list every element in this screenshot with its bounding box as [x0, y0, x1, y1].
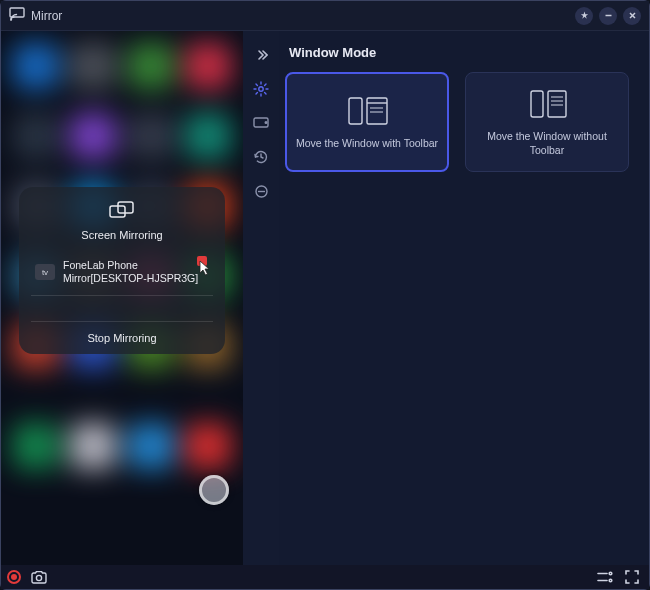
app-window: Mirror — [0, 0, 650, 590]
list-view-button[interactable] — [597, 571, 613, 583]
overlay-title: Screen Mirroring — [81, 229, 162, 241]
option-label: Move the Window without Toolbar — [474, 130, 620, 157]
svg-point-9 — [265, 122, 267, 124]
option-with-toolbar[interactable]: Move the Window with Toolbar — [285, 72, 449, 172]
window-mode-panel: Window Mode Move the Window with Toolbar… — [279, 31, 649, 565]
window-mode-options: Move the Window with Toolbar Move the Wi… — [285, 72, 633, 172]
connect-indicator[interactable] — [187, 253, 213, 279]
panel-title: Window Mode — [289, 45, 633, 60]
svg-rect-0 — [10, 8, 24, 17]
device-tab[interactable] — [251, 113, 271, 133]
block-tab[interactable] — [251, 181, 271, 201]
fullscreen-button[interactable] — [625, 570, 639, 584]
option-without-toolbar[interactable]: Move the Window without Toolbar — [465, 72, 629, 172]
close-button[interactable] — [623, 7, 641, 25]
svg-point-26 — [609, 579, 612, 582]
svg-rect-12 — [349, 98, 362, 124]
settings-area: Window Mode Move the Window with Toolbar… — [243, 31, 649, 565]
footer-right — [597, 570, 639, 584]
option-label: Move the Window with Toolbar — [296, 137, 438, 151]
history-tab[interactable] — [251, 147, 271, 167]
side-toolbar — [243, 31, 279, 565]
phone-preview[interactable]: Screen Mirroring tv FoneLab Phone Mirror… — [1, 31, 243, 565]
titlebar: Mirror — [1, 1, 649, 31]
svg-point-1 — [11, 19, 12, 20]
screenshot-button[interactable] — [31, 571, 47, 584]
svg-rect-13 — [367, 98, 387, 124]
pin-button[interactable] — [575, 7, 593, 25]
collapse-panel-button[interactable] — [251, 45, 271, 65]
title-left: Mirror — [9, 7, 62, 24]
screen-mirroring-overlay: Screen Mirroring tv FoneLab Phone Mirror… — [19, 187, 225, 354]
appletv-icon: tv — [35, 264, 55, 280]
app-title: Mirror — [31, 9, 62, 23]
empty-slot — [31, 296, 213, 322]
svg-point-25 — [609, 572, 612, 575]
body: Screen Mirroring tv FoneLab Phone Mirror… — [1, 31, 649, 565]
stop-mirroring-button[interactable]: Stop Mirroring — [31, 322, 213, 344]
assistive-touch-button[interactable] — [199, 475, 229, 505]
record-button[interactable] — [7, 570, 21, 584]
minimize-button[interactable] — [599, 7, 617, 25]
mirror-icon — [9, 7, 25, 24]
overlay-header: Screen Mirroring — [31, 201, 213, 241]
mirror-target-row[interactable]: tv FoneLab Phone Mirror[DESKTOP-HJSPR3G] — [31, 253, 213, 296]
svg-rect-18 — [548, 91, 566, 117]
svg-point-7 — [259, 87, 263, 91]
footer-left — [7, 570, 47, 584]
cursor-icon — [197, 259, 215, 282]
with-toolbar-icon — [341, 93, 393, 129]
window-controls — [575, 7, 641, 25]
footer-bar — [1, 565, 649, 589]
without-toolbar-icon — [521, 86, 573, 122]
svg-rect-17 — [531, 91, 543, 117]
mirroring-icon — [109, 201, 135, 225]
settings-tab[interactable] — [251, 79, 271, 99]
svg-point-22 — [36, 575, 41, 580]
